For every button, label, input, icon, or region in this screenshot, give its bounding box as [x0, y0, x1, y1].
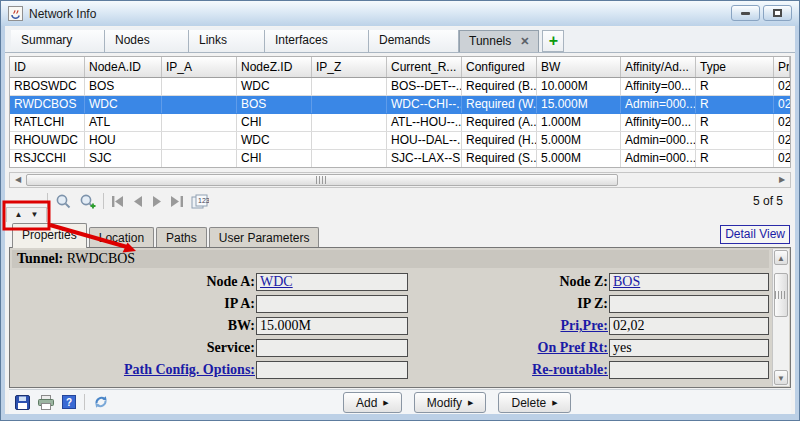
network-info-window: Network Info Summary Nodes Links Interfa… [0, 0, 800, 421]
detail-tabstrip: Properties Location Paths User Parameter… [9, 222, 791, 248]
tab-paths[interactable]: Paths [156, 227, 207, 248]
delete-button[interactable]: Delete▶ [498, 392, 570, 413]
col-configured[interactable]: Configured [462, 57, 537, 77]
cell: WDC [237, 132, 312, 149]
cell: R [696, 96, 774, 113]
zoom-icon[interactable] [55, 193, 72, 210]
add-tab-button[interactable]: + [542, 30, 564, 52]
scroll-left-icon[interactable]: ◀ [10, 173, 26, 187]
print-icon[interactable] [38, 395, 54, 410]
col-affinity[interactable]: Affinity/Ad... [621, 57, 696, 77]
pri-pre-link[interactable]: Pri,Pre: [412, 318, 609, 334]
node-a-link[interactable]: WDC [260, 274, 293, 289]
field-label: Service: [12, 340, 256, 356]
node-z-link[interactable]: BOS [613, 274, 640, 289]
modify-button[interactable]: Modify▶ [414, 392, 487, 413]
window-content: Summary Nodes Links Interfaces Demands T… [5, 26, 795, 414]
cell: RWDCBOS [10, 96, 85, 113]
cell: 02 [774, 132, 790, 149]
cell: 1.000M [537, 114, 621, 131]
separator [84, 394, 85, 410]
table-header: ID NodeA.ID IP_A NodeZ.ID IP_Z Current_R… [10, 57, 790, 78]
table-row[interactable]: RATLCHIATLCHIATL--HOU--...Required (A...… [10, 114, 790, 132]
scroll-down-icon[interactable]: ▼ [774, 370, 788, 385]
hscroll-thumb[interactable] [26, 174, 618, 186]
col-ipz[interactable]: IP_Z [312, 57, 387, 77]
action-buttons: Add▶ Modify▶ Delete▶ [343, 392, 571, 413]
col-bw[interactable]: BW [537, 57, 621, 77]
maximize-icon [773, 9, 782, 17]
col-nodez[interactable]: NodeZ.ID [237, 57, 312, 77]
help-icon[interactable]: ? [62, 395, 76, 409]
minimize-button[interactable] [731, 5, 760, 21]
refresh-icon[interactable] [93, 394, 109, 410]
vertical-scrollbar[interactable]: ▲ ▼ [772, 249, 789, 386]
cell: Admin=000... [621, 132, 696, 149]
next-record-icon[interactable] [151, 195, 163, 208]
close-icon[interactable]: ✕ [520, 36, 529, 47]
col-id[interactable]: ID [10, 57, 85, 77]
horizontal-scrollbar[interactable]: ◀ ▶ [9, 172, 791, 188]
tab-tunnels[interactable]: Tunnels ✕ [459, 30, 539, 52]
cell: 02 [774, 78, 790, 95]
field-node-a: Node A: WDC [12, 271, 408, 293]
path-config-options-link[interactable]: Path Config. Options: [12, 362, 256, 378]
tab-interfaces[interactable]: Interfaces [265, 30, 369, 52]
tab-properties[interactable]: Properties [12, 223, 87, 248]
cell: R [696, 78, 774, 95]
splitter-toggle[interactable]: ▲ ▼ [6, 207, 47, 222]
tab-demands[interactable]: Demands [369, 30, 459, 52]
table-row[interactable]: RBOSWDCBOSWDCBOS--DET--...Required (B...… [10, 78, 790, 96]
table-row[interactable]: RHOUWDCHOUWDCHOU--DAL--...Required (H...… [10, 132, 790, 150]
cell: HOU [85, 132, 162, 149]
cell: CHI [237, 114, 312, 131]
add-button[interactable]: Add▶ [343, 392, 402, 413]
field-node-z: Node Z: BOS [412, 271, 769, 293]
scroll-up-icon[interactable]: ▲ [774, 250, 788, 265]
cell [312, 132, 387, 149]
on-pref-rt-field: yes [609, 339, 769, 357]
cell: RSJCCHI [10, 150, 85, 167]
cell: R [696, 114, 774, 131]
scroll-right-icon[interactable]: ▶ [774, 173, 790, 187]
col-current-route[interactable]: Current_R... [387, 57, 462, 77]
tab-nodes[interactable]: Nodes [105, 30, 189, 52]
col-ipa[interactable]: IP_A [162, 57, 237, 77]
tab-location[interactable]: Location [89, 227, 154, 248]
ip-z-field [609, 295, 769, 313]
col-pri[interactable]: Pr [774, 57, 790, 77]
cell: 02 [774, 114, 790, 131]
java-app-icon [8, 6, 23, 21]
collapse-down-icon[interactable]: ▼ [31, 211, 39, 219]
cell: Affinity=00... [621, 78, 696, 95]
zoom-add-icon[interactable] [79, 193, 96, 210]
col-type[interactable]: Type [696, 57, 774, 77]
cell [162, 132, 237, 149]
cell: ATL--HOU--... [387, 114, 462, 131]
tab-user-parameters[interactable]: User Parameters [209, 227, 320, 248]
path-config-options-field [256, 361, 408, 379]
table-row-selected[interactable]: RWDCBOSWDCBOSWDC--CHI--...Required (W...… [10, 96, 790, 114]
cell: 5.000M [537, 132, 621, 149]
cell [312, 78, 387, 95]
save-icon[interactable] [15, 395, 30, 410]
table-row[interactable]: RSJCCHISJCCHISJC--LAX--S...Required (S..… [10, 150, 790, 168]
collapse-up-icon[interactable]: ▲ [15, 211, 23, 219]
first-record-icon[interactable] [111, 195, 125, 208]
separator [47, 193, 48, 209]
detail-view-link[interactable]: Detail View [720, 225, 790, 244]
on-pref-rt-link[interactable]: On Pref Rt: [412, 340, 609, 356]
ip-a-field [256, 295, 408, 313]
cell [162, 78, 237, 95]
cell: BOS [237, 96, 312, 113]
last-record-icon[interactable] [170, 195, 184, 208]
col-nodea[interactable]: NodeA.ID [85, 57, 162, 77]
previous-record-icon[interactable] [132, 195, 144, 208]
maximize-button[interactable] [763, 5, 792, 21]
menu-arrow-icon: ▶ [383, 399, 388, 406]
vscroll-thumb[interactable] [774, 273, 788, 317]
row-number-icon[interactable]: 123 [191, 194, 209, 209]
tab-links[interactable]: Links [189, 30, 265, 52]
tab-summary[interactable]: Summary [11, 30, 105, 52]
re-routable-link[interactable]: Re-routable: [412, 362, 609, 378]
